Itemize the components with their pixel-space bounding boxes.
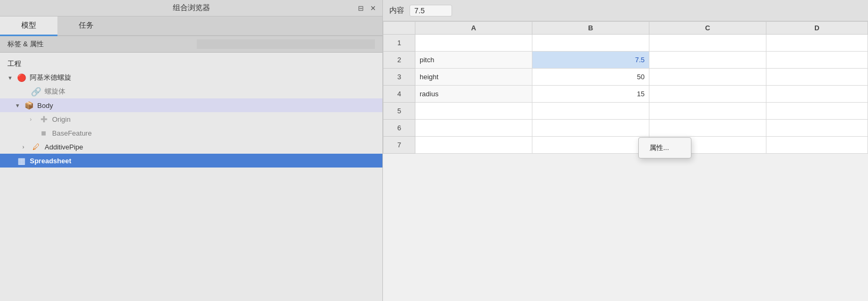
row-header-4: 4 (383, 86, 415, 103)
cell-7-A[interactable] (415, 137, 532, 154)
cell-4-A[interactable]: radius (415, 86, 532, 103)
cell-3-B[interactable]: 50 (532, 69, 649, 86)
content-label: 内容 (389, 6, 404, 15)
props-label: 标签 & 属性 (7, 39, 186, 49)
right-panel: 内容 7.5 A B C D 1 (383, 0, 868, 301)
col-header-D[interactable]: D (766, 22, 868, 35)
left-panel: 组合浏览器 ⊟ ✕ 模型 任务 标签 & 属性 工程 ▼ 🔴 阿基米德螺旋 🔗 … (0, 0, 383, 301)
cell-7-B[interactable] (532, 137, 649, 154)
content-bar: 内容 7.5 (383, 0, 868, 21)
tree-item-archimedes-helix[interactable]: ▼ 🔴 阿基米德螺旋 (0, 71, 382, 85)
row-header-2: 2 (383, 52, 415, 69)
tree-section: 工程 ▼ 🔴 阿基米德螺旋 🔗 螺旋体 ▼ 📦 Body › ✚ Origin (0, 53, 382, 301)
cell-3-C[interactable] (649, 69, 766, 86)
cell-4-C[interactable] (649, 86, 766, 103)
origin-label: Origin (52, 115, 71, 123)
arrow-icon-body: ▼ (15, 103, 23, 108)
row-header-7: 7 (383, 137, 415, 154)
cell-5-D[interactable] (766, 103, 868, 120)
spiral-label: 螺旋体 (45, 87, 65, 96)
tab-model[interactable]: 模型 (0, 16, 57, 36)
arrow-icon-origin: › (30, 116, 38, 122)
cell-1-A[interactable] (415, 35, 532, 52)
cell-1-D[interactable] (766, 35, 868, 52)
cell-3-A[interactable]: height (415, 69, 532, 86)
additivepipe-label: AdditivePipe (45, 143, 83, 151)
table-row: 6 (383, 120, 868, 137)
cell-6-A[interactable] (415, 120, 532, 137)
tree-item-spiral[interactable]: 🔗 螺旋体 (0, 85, 382, 98)
body-label: Body (37, 102, 53, 110)
panel-title: 组合浏览器 (173, 3, 210, 13)
tree-item-additivepipe[interactable]: › 🖊 AdditivePipe (0, 140, 382, 154)
cell-6-B[interactable] (532, 120, 649, 137)
tab-task[interactable]: 任务 (57, 16, 115, 36)
origin-icon: ✚ (38, 114, 49, 124)
row-header-6: 6 (383, 120, 415, 137)
arrow-icon-pipe: › (22, 144, 31, 150)
spreadsheet-area: A B C D 1 2 pitch (383, 21, 868, 301)
cell-4-B[interactable]: 15 (532, 86, 649, 103)
cell-1-B[interactable] (532, 35, 649, 52)
body-icon: 📦 (23, 100, 34, 111)
cell-3-D[interactable] (766, 69, 868, 86)
properties-section-header: 标签 & 属性 (0, 36, 382, 53)
panel-header: 组合浏览器 ⊟ ✕ (0, 0, 382, 16)
spreadsheet-icon: ▦ (16, 155, 27, 166)
additivepipe-icon: 🖊 (31, 141, 41, 152)
spiral-icon: 🔗 (31, 86, 41, 97)
cell-4-D[interactable] (766, 86, 868, 103)
spreadsheet-label: Spreadsheet (30, 157, 71, 165)
panel-header-icons: ⊟ ✕ (357, 3, 377, 13)
tree-item-basefeature[interactable]: ◼ BaseFeature (0, 126, 382, 140)
minimize-button[interactable]: ⊟ (357, 3, 365, 13)
table-row: 4 radius 15 (383, 86, 868, 103)
basefeature-icon: ◼ (38, 128, 49, 138)
col-header-B[interactable]: B (532, 22, 649, 35)
archimedes-label: 阿基米德螺旋 (30, 73, 71, 82)
tree-item-spreadsheet[interactable]: ▦ Spreadsheet (0, 154, 382, 168)
cell-1-C[interactable] (649, 35, 766, 52)
row-header-3: 3 (383, 69, 415, 86)
tree-item-origin[interactable]: › ✚ Origin (0, 112, 382, 126)
basefeature-label: BaseFeature (52, 129, 91, 137)
tree-section-label: 工程 (0, 57, 382, 71)
cell-2-C[interactable] (649, 52, 766, 69)
content-value[interactable]: 7.5 (410, 5, 452, 16)
archimedes-icon: 🔴 (16, 72, 27, 83)
table-row: 1 (383, 35, 868, 52)
cell-2-B[interactable]: 7.5 (532, 52, 649, 69)
table-row: 5 (383, 103, 868, 120)
cell-5-B[interactable] (532, 103, 649, 120)
props-right (197, 39, 375, 49)
spreadsheet-table: A B C D 1 2 pitch (383, 21, 868, 154)
cell-2-D[interactable] (766, 52, 868, 69)
row-header-5: 5 (383, 103, 415, 120)
row-header-1: 1 (383, 35, 415, 52)
col-header-C[interactable]: C (649, 22, 766, 35)
tree-item-body[interactable]: ▼ 📦 Body (0, 98, 382, 112)
cell-7-D[interactable] (766, 137, 868, 154)
close-button[interactable]: ✕ (369, 3, 377, 13)
table-row: 3 height 50 (383, 69, 868, 86)
cell-2-A[interactable]: pitch (415, 52, 532, 69)
table-row: 2 pitch 7.5 (383, 52, 868, 69)
col-header-A[interactable]: A (415, 22, 532, 35)
table-row: 7 (383, 137, 868, 154)
cell-6-C[interactable] (649, 120, 766, 137)
cell-5-C[interactable] (649, 103, 766, 120)
context-menu-item-properties[interactable]: 属性... (639, 140, 691, 156)
cell-5-A[interactable] (415, 103, 532, 120)
cell-6-D[interactable] (766, 120, 868, 137)
col-corner-header (383, 22, 415, 35)
context-menu: 属性... (638, 137, 691, 158)
tabs-bar: 模型 任务 (0, 16, 382, 36)
arrow-icon: ▼ (7, 75, 16, 81)
